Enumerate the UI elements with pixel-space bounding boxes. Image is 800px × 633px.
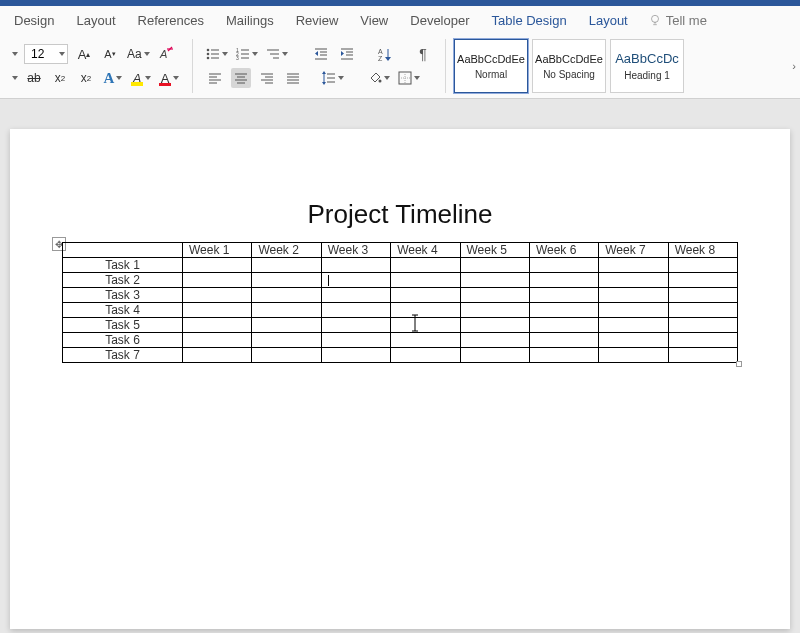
document-title[interactable]: Project Timeline: [62, 199, 738, 230]
cell[interactable]: [668, 333, 737, 348]
task-2-label[interactable]: Task 2: [63, 273, 183, 288]
align-left-button[interactable]: [205, 68, 225, 88]
cell[interactable]: [252, 288, 321, 303]
cell[interactable]: [391, 258, 460, 273]
cell[interactable]: [529, 258, 598, 273]
cell[interactable]: [668, 258, 737, 273]
clear-formatting-button[interactable]: A: [157, 44, 177, 64]
cell[interactable]: [599, 273, 668, 288]
align-right-button[interactable]: [257, 68, 277, 88]
shrink-font-button[interactable]: A▾: [100, 44, 120, 64]
cell[interactable]: [183, 258, 252, 273]
cell[interactable]: [668, 288, 737, 303]
cell[interactable]: [321, 303, 390, 318]
cell[interactable]: [183, 288, 252, 303]
cell[interactable]: [460, 258, 529, 273]
align-center-button[interactable]: [231, 68, 251, 88]
cell[interactable]: [183, 348, 252, 363]
cell[interactable]: [529, 348, 598, 363]
decrease-indent-button[interactable]: [311, 44, 331, 64]
col-week8[interactable]: Week 8: [668, 243, 737, 258]
tab-table-design[interactable]: Table Design: [482, 9, 577, 32]
cell[interactable]: [252, 258, 321, 273]
multilevel-list-button[interactable]: [265, 44, 289, 64]
borders-button[interactable]: [397, 68, 421, 88]
task-6-label[interactable]: Task 6: [63, 333, 183, 348]
font-size-input[interactable]: [31, 47, 53, 61]
styles-more-icon[interactable]: ›: [792, 60, 796, 72]
cell[interactable]: [529, 303, 598, 318]
text-effects-button[interactable]: A: [102, 68, 124, 88]
page[interactable]: Project Timeline ✥ Week 1 Week 2 Week 3 …: [10, 129, 790, 629]
justify-button[interactable]: [283, 68, 303, 88]
cell[interactable]: [599, 303, 668, 318]
cell[interactable]: [529, 318, 598, 333]
cell[interactable]: [529, 288, 598, 303]
table-resize-handle[interactable]: [736, 361, 742, 367]
cell[interactable]: [183, 303, 252, 318]
cell[interactable]: [391, 333, 460, 348]
highlight-button[interactable]: A: [130, 68, 152, 88]
strikethrough-button[interactable]: ab: [24, 68, 44, 88]
cell[interactable]: [668, 303, 737, 318]
tab-design[interactable]: Design: [4, 9, 64, 32]
show-marks-button[interactable]: ¶: [413, 44, 433, 64]
cell[interactable]: [529, 333, 598, 348]
tab-mailings[interactable]: Mailings: [216, 9, 284, 32]
cell[interactable]: [391, 303, 460, 318]
font-size-box[interactable]: [24, 44, 68, 64]
font-color-button[interactable]: A: [158, 68, 180, 88]
cell[interactable]: [460, 288, 529, 303]
task-1-label[interactable]: Task 1: [63, 258, 183, 273]
tab-table-layout[interactable]: Layout: [579, 9, 638, 32]
superscript-button[interactable]: x2: [76, 68, 96, 88]
style-normal[interactable]: AaBbCcDdEe Normal: [454, 39, 528, 93]
cell[interactable]: [183, 318, 252, 333]
cell[interactable]: [599, 318, 668, 333]
cell[interactable]: [252, 303, 321, 318]
cell[interactable]: [391, 288, 460, 303]
line-spacing-button[interactable]: [321, 68, 345, 88]
cell[interactable]: [599, 288, 668, 303]
subscript-button[interactable]: x2: [50, 68, 70, 88]
bullets-button[interactable]: [205, 44, 229, 64]
change-case-button[interactable]: Aa: [126, 44, 151, 64]
tab-view[interactable]: View: [350, 9, 398, 32]
style-no-spacing[interactable]: AaBbCcDdEe No Spacing: [532, 39, 606, 93]
col-week7[interactable]: Week 7: [599, 243, 668, 258]
numbering-button[interactable]: 123: [235, 44, 259, 64]
cell[interactable]: [252, 348, 321, 363]
cell[interactable]: [668, 273, 737, 288]
cell[interactable]: [252, 333, 321, 348]
grow-font-button[interactable]: A▴: [74, 44, 94, 64]
cell[interactable]: [460, 303, 529, 318]
cell[interactable]: [321, 333, 390, 348]
task-3-label[interactable]: Task 3: [63, 288, 183, 303]
cell[interactable]: [321, 348, 390, 363]
cell[interactable]: [321, 288, 390, 303]
cell-cursor[interactable]: [321, 273, 390, 288]
tell-me[interactable]: Tell me: [640, 9, 715, 32]
cell[interactable]: [391, 348, 460, 363]
shading-button[interactable]: [367, 68, 391, 88]
cell[interactable]: [599, 333, 668, 348]
increase-indent-button[interactable]: [337, 44, 357, 64]
tab-layout[interactable]: Layout: [66, 9, 125, 32]
cell[interactable]: [183, 333, 252, 348]
col-week5[interactable]: Week 5: [460, 243, 529, 258]
header-blank[interactable]: [63, 243, 183, 258]
task-5-label[interactable]: Task 5: [63, 318, 183, 333]
cell[interactable]: [460, 348, 529, 363]
col-week4[interactable]: Week 4: [391, 243, 460, 258]
cell[interactable]: [252, 273, 321, 288]
cell[interactable]: [321, 318, 390, 333]
cell[interactable]: [599, 348, 668, 363]
col-week3[interactable]: Week 3: [321, 243, 390, 258]
col-week6[interactable]: Week 6: [529, 243, 598, 258]
tab-developer[interactable]: Developer: [400, 9, 479, 32]
project-table[interactable]: Week 1 Week 2 Week 3 Week 4 Week 5 Week …: [62, 242, 738, 363]
cell[interactable]: [460, 318, 529, 333]
cell[interactable]: [460, 333, 529, 348]
cell[interactable]: [321, 258, 390, 273]
col-week1[interactable]: Week 1: [183, 243, 252, 258]
